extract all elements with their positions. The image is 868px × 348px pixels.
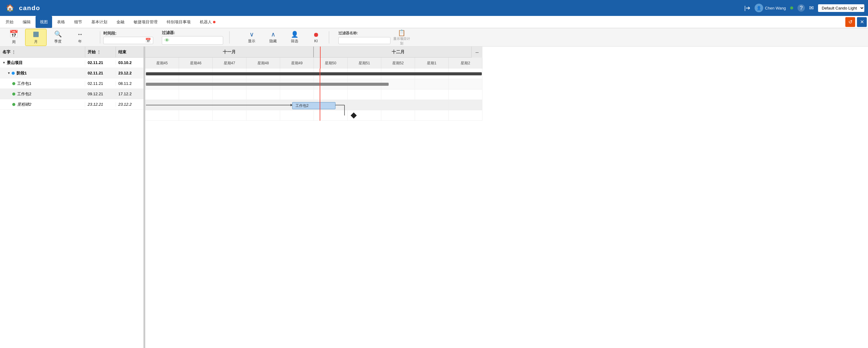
gantt-cell [246, 69, 280, 79]
separator-2 [229, 31, 229, 43]
expand-triangle[interactable]: ▼ [7, 71, 10, 75]
col-start-header: 开始 ⋮ [85, 46, 116, 57]
task-end-cell: 08.11.2 [116, 81, 144, 86]
theme-select[interactable]: Default Cando Light [818, 4, 864, 12]
arrows-year-icon: ↔ [77, 31, 83, 38]
mail-icon[interactable]: ✉ [809, 5, 814, 11]
gantt-cell [280, 110, 314, 121]
hide-button[interactable]: ∧ 隐藏 [263, 29, 283, 45]
menu-robot[interactable]: 机器人 [195, 16, 220, 28]
menu-agile[interactable]: 敏捷项目管理 [129, 16, 162, 28]
status-dot [12, 72, 15, 75]
filter-button[interactable]: 👤 筛选 [285, 29, 304, 45]
logo: cando [19, 4, 43, 12]
week-cell: 星期50 [314, 58, 347, 69]
gantt-chart[interactable]: 十一月 十二月 – 星期45星期46星期47星期48星期49星期50星期51星期… [145, 46, 868, 348]
view-year[interactable]: ↔ 年 [69, 29, 91, 46]
gantt-cell [280, 100, 314, 110]
filter-input-wrap: 👁 [162, 36, 223, 45]
gantt-cell [415, 110, 449, 121]
gantt-cell [314, 69, 347, 79]
close-button[interactable]: ✕ [857, 17, 867, 27]
view-quarter[interactable]: 🔍 季度 [47, 29, 69, 46]
gantt-cell [145, 100, 179, 110]
menu-special[interactable]: 特别项目事项 [162, 16, 195, 28]
hide-icon: ∧ [271, 31, 276, 38]
menu-detail[interactable]: 细节 [70, 16, 87, 28]
menu-start[interactable]: 开始 [1, 16, 18, 28]
gantt-cell [347, 90, 381, 100]
robot-status-dot [213, 21, 215, 23]
week-cell: 星期2 [449, 58, 483, 69]
user-menu[interactable]: 👤 Chen Wang [754, 4, 786, 12]
toolbar: 📅 周 ▦ 月 🔍 季度 ↔ 年 时间段: 📅 过滤器: 👁 [0, 28, 868, 46]
pin-icon[interactable]: |➔ [744, 5, 750, 11]
home-icon[interactable]: 🏠 [4, 4, 16, 12]
task-list-header: 名字 ⋮ 开始 ⋮ 结束 [0, 46, 144, 58]
task-rows: ▼ 景山项目 02.11.21 03.10.2 ▼ 阶段1 02.11.21 2… [0, 58, 144, 348]
show-plan-icon: 📋 [398, 29, 405, 36]
gantt-cell [381, 110, 415, 121]
calendar-icon[interactable]: 📅 [145, 38, 151, 43]
menu-edit[interactable]: 编辑 [19, 16, 35, 28]
menu-table[interactable]: 表格 [53, 16, 69, 28]
gantt-cell [246, 79, 280, 90]
month-nov: 十一月 [145, 46, 314, 57]
gantt-cell [347, 69, 381, 79]
gantt-cell [381, 100, 415, 110]
col-start-dots[interactable]: ⋮ [97, 50, 101, 54]
expand-triangle[interactable]: ▼ [2, 61, 5, 64]
menu-view[interactable]: 视图 [36, 16, 52, 28]
col-name-header: 名字 ⋮ [0, 46, 85, 57]
gantt-header: 十一月 十二月 – 星期45星期46星期47星期48星期49星期50星期51星期… [145, 46, 483, 69]
gantt-cell [280, 79, 314, 90]
col-name-dots[interactable]: ⋮ [12, 50, 16, 54]
refresh-button[interactable]: ↺ [845, 17, 855, 27]
week-cell: 星期48 [246, 58, 280, 69]
ki-button[interactable]: ⏺ KI [306, 29, 326, 45]
gantt-cell [179, 69, 213, 79]
gantt-cell [347, 79, 381, 90]
time-input[interactable] [105, 38, 145, 42]
collapse-gantt-button[interactable]: – [471, 46, 483, 58]
gantt-cell [381, 69, 415, 79]
task-row: 工作包1 02.11.21 08.11.2 [0, 78, 144, 89]
view-month[interactable]: ▦ 月 [25, 29, 46, 46]
ki-icon: ⏺ [313, 31, 319, 38]
gantt-body: 工作包2 [145, 69, 483, 121]
show-plan-button[interactable]: 📋 显示项目计划 [392, 29, 411, 45]
gantt-cell [415, 90, 449, 100]
task-start-cell: 02.11.21 [85, 60, 116, 65]
task-end-cell: 23.12.2 [116, 71, 144, 75]
task-end-cell: 03.10.2 [116, 60, 144, 65]
show-button[interactable]: ∨ 显示 [242, 29, 261, 45]
filter-eye-icon: 👁 [164, 38, 169, 43]
gantt-cell [213, 79, 246, 90]
task-row: 里程碑2 23.12.21 23.12.2 [0, 99, 144, 110]
week-cell: 星期52 [381, 58, 415, 69]
week-cell: 星期1 [415, 58, 449, 69]
separator-3 [329, 31, 329, 43]
gantt-row-phase [145, 79, 483, 90]
gantt-cell [213, 100, 246, 110]
time-label: 时间段: [103, 31, 152, 36]
gantt-cell [145, 79, 179, 90]
filter-person-icon: 👤 [291, 31, 299, 38]
status-dot [12, 82, 15, 85]
search-quarter-icon: 🔍 [54, 30, 62, 38]
view-week[interactable]: 📅 周 [3, 29, 25, 46]
gantt-cell [415, 100, 449, 110]
calendar-week-icon: 📅 [9, 30, 19, 38]
week-cell: 星期45 [145, 58, 179, 69]
filter-name-input[interactable] [338, 37, 391, 44]
filter-name-group: 过滤器名称: [338, 31, 391, 44]
gantt-cell [145, 110, 179, 121]
calendar-month-icon: ▦ [33, 30, 39, 38]
gantt-cell [213, 110, 246, 121]
gantt-cell [179, 100, 213, 110]
menu-basic-plan[interactable]: 基本计划 [87, 16, 112, 28]
task-name-cell: ▼ 阶段1 [0, 70, 85, 76]
help-icon[interactable]: ? [798, 4, 805, 12]
menu-finance[interactable]: 金融 [112, 16, 129, 28]
user-name: Chen Wang [765, 6, 786, 10]
